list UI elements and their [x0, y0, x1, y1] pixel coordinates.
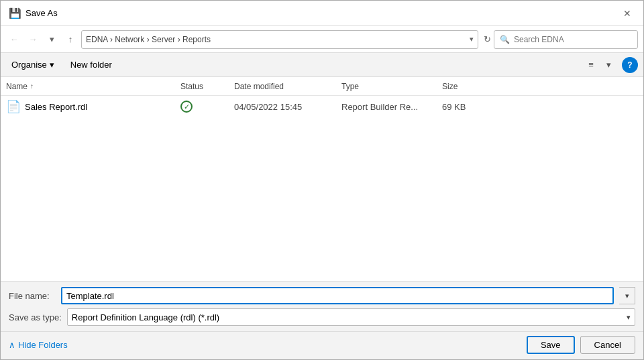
title-bar: 💾 Save As ✕	[1, 1, 643, 26]
search-input[interactable]	[514, 35, 632, 44]
dialog-icon: 💾	[9, 7, 21, 19]
hide-folders-label: Hide Folders	[18, 340, 68, 350]
col-name-header[interactable]: Name ↑	[6, 82, 180, 91]
address-bar[interactable]: EDNA › Network › Server › Reports ▾	[81, 30, 478, 49]
refresh-button[interactable]: ↻	[484, 34, 491, 44]
action-row: ∧ Hide Folders Save Cancel	[1, 331, 643, 359]
forward-button[interactable]: →	[25, 32, 41, 48]
search-icon: 🔍	[500, 35, 510, 44]
view-dropdown-button[interactable]: ▾	[600, 57, 616, 73]
new-folder-button[interactable]: New folder	[65, 57, 117, 72]
status-check-icon: ✓	[180, 101, 193, 113]
filename-dropdown-button[interactable]: ▾	[619, 287, 635, 304]
organise-arrow-icon: ▾	[50, 60, 54, 70]
file-name-cell: 📄 Sales Report.rdl	[6, 99, 180, 114]
file-name: Sales Report.rdl	[25, 102, 87, 112]
savetype-arrow-icon: ▾	[627, 313, 631, 322]
file-type-cell: Report Builder Re...	[341, 102, 442, 112]
savetype-dropdown[interactable]: Report Definition Language (rdl) (*.rdl)…	[67, 308, 635, 326]
title-bar-left: 💾 Save As	[9, 7, 58, 19]
organise-button[interactable]: Organise ▾	[6, 57, 60, 72]
savetype-row: Save as type: Report Definition Language…	[1, 307, 643, 331]
hide-folders-button[interactable]: ∧ Hide Folders	[9, 340, 68, 350]
organise-label: Organise	[11, 60, 47, 70]
filename-row: File name: ▾	[1, 282, 643, 307]
savetype-label: Save as type:	[9, 312, 62, 322]
table-row[interactable]: 📄 Sales Report.rdl ✓ 04/05/2022 15:45 Re…	[1, 96, 643, 117]
view-buttons: ≡ ▾	[583, 57, 616, 73]
savetype-value-text: Report Definition Language (rdl) (*.rdl)	[72, 312, 219, 322]
file-date-cell: 04/05/2022 15:45	[234, 102, 341, 112]
file-icon: 📄	[6, 99, 21, 114]
address-text: EDNA › Network › Server › Reports	[86, 35, 467, 44]
nav-bar: ← → ▾ ↑ EDNA › Network › Server › Report…	[1, 26, 643, 53]
up-button[interactable]: ↑	[62, 32, 78, 48]
col-date-label: Date modified	[234, 82, 284, 91]
col-name-label: Name	[6, 82, 28, 91]
toolbar: Organise ▾ New folder ≡ ▾ ?	[1, 53, 643, 77]
file-status-cell: ✓	[180, 101, 234, 113]
hide-folders-arrow-icon: ∧	[9, 340, 15, 350]
address-dropdown-icon[interactable]: ▾	[470, 35, 474, 44]
col-type-label: Type	[341, 82, 359, 91]
col-sort-arrow-icon: ↑	[30, 82, 34, 90]
view-icon-button[interactable]: ≡	[583, 57, 599, 73]
help-button[interactable]: ?	[622, 57, 638, 73]
col-size-header[interactable]: Size	[442, 82, 496, 91]
column-header: Name ↑ Status Date modified Type Size	[1, 77, 643, 96]
file-area: Name ↑ Status Date modified Type Size 📄 …	[1, 77, 643, 281]
back-button[interactable]: ←	[6, 32, 22, 48]
save-as-dialog: 💾 Save As ✕ ← → ▾ ↑ EDNA › Network › Ser…	[0, 0, 644, 360]
filename-input[interactable]	[61, 287, 614, 304]
col-status-header[interactable]: Status	[180, 82, 234, 91]
save-button[interactable]: Save	[527, 336, 575, 354]
filename-label: File name:	[9, 291, 56, 301]
col-type-header[interactable]: Type	[341, 82, 442, 91]
new-folder-label: New folder	[70, 60, 112, 70]
bottom-area: File name: ▾ Save as type: Report Defini…	[1, 281, 643, 359]
col-date-header[interactable]: Date modified	[234, 82, 341, 91]
dialog-title: Save As	[25, 8, 58, 18]
search-bar[interactable]: 🔍	[494, 30, 638, 49]
recent-locations-button[interactable]: ▾	[44, 32, 60, 48]
action-buttons: Save Cancel	[527, 336, 635, 354]
cancel-button[interactable]: Cancel	[580, 336, 635, 354]
col-size-label: Size	[442, 82, 458, 91]
close-button[interactable]: ✕	[619, 5, 635, 21]
file-size-cell: 69 KB	[442, 102, 496, 112]
col-status-label: Status	[180, 82, 203, 91]
